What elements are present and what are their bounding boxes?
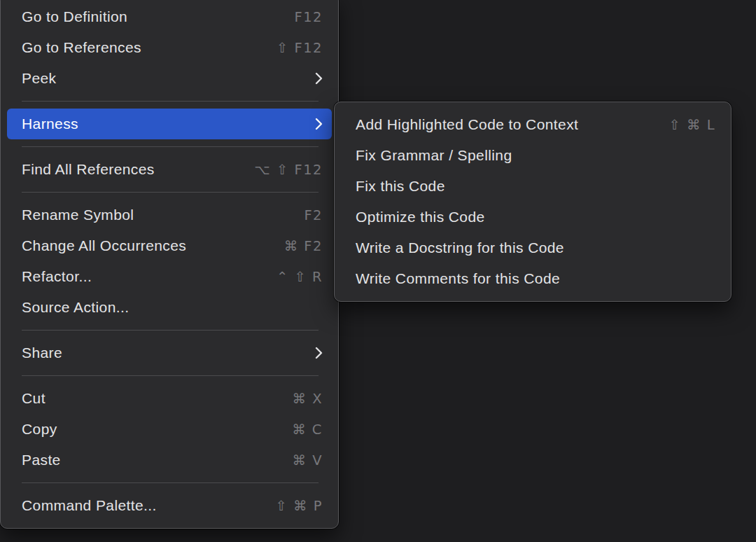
menu-item-cut[interactable]: Cut ⌘ X (7, 383, 332, 414)
menu-item-source-action[interactable]: Source Action... (7, 292, 332, 323)
submenu-item-optimize-this-code[interactable]: Optimize this Code (341, 202, 724, 232)
menu-item-shortcut: ⌃ ⇧ R (276, 269, 323, 285)
menu-item-label: Source Action... (22, 299, 323, 316)
menu-separator (22, 375, 318, 376)
menu-item-label: Fix Grammar / Spelling (356, 147, 715, 164)
submenu-item-write-a-docstring-for-this-code[interactable]: Write a Docstring for this Code (341, 232, 724, 263)
menu-item-peek[interactable]: Peek (7, 63, 332, 94)
menu-item-label: Refactor... (22, 268, 276, 285)
menu-item-paste[interactable]: Paste ⌘ V (7, 445, 332, 475)
menu-item-shortcut: ⌥ ⇧ F12 (254, 162, 323, 178)
menu-item-shortcut: ⌘ C (292, 422, 323, 438)
menu-item-refactor[interactable]: Refactor... ⌃ ⇧ R (7, 261, 332, 292)
menu-item-shortcut: ⇧ ⌘ L (668, 117, 715, 133)
chevron-right-icon (315, 347, 323, 359)
menu-item-shortcut: ⇧ ⌘ P (276, 498, 323, 514)
submenu-item-fix-this-code[interactable]: Fix this Code (341, 171, 724, 202)
menu-item-command-palette[interactable]: Command Palette... ⇧ ⌘ P (7, 490, 332, 521)
menu-item-label: Copy (22, 421, 292, 438)
menu-separator (22, 146, 318, 147)
chevron-right-icon (315, 72, 323, 85)
menu-item-copy[interactable]: Copy ⌘ C (7, 414, 332, 445)
harness-submenu: Add Highlighted Code to Context ⇧ ⌘ L Fi… (334, 102, 732, 302)
menu-item-label: Paste (22, 452, 292, 468)
menu-item-label: Write Comments for this Code (356, 270, 715, 287)
menu-item-go-to-references[interactable]: Go to References ⇧ F12 (7, 32, 332, 63)
menu-item-harness[interactable]: Harness (7, 109, 332, 139)
submenu-item-write-comments-for-this-code[interactable]: Write Comments for this Code (341, 263, 724, 294)
menu-item-label: Share (22, 345, 307, 361)
menu-item-label: Rename Symbol (22, 207, 304, 223)
menu-item-go-to-definition[interactable]: Go to Definition F12 (7, 1, 332, 32)
menu-item-label: Command Palette... (22, 497, 276, 514)
menu-item-shortcut: ⌘ F2 (284, 238, 323, 254)
submenu-item-fix-grammar-spelling[interactable]: Fix Grammar / Spelling (341, 140, 724, 171)
menu-item-change-all-occurrences[interactable]: Change All Occurrences ⌘ F2 (7, 230, 332, 261)
menu-separator (22, 482, 318, 483)
context-menu: Go to Definition F12 Go to References ⇧ … (0, 0, 339, 529)
chevron-right-icon (315, 118, 323, 130)
menu-item-label: Optimize this Code (356, 209, 715, 225)
menu-item-label: Fix this Code (356, 178, 715, 195)
menu-item-label: Change All Occurrences (22, 237, 284, 254)
menu-separator (22, 192, 318, 193)
menu-item-label: Cut (22, 390, 292, 407)
menu-item-shortcut: ⌘ V (292, 452, 323, 468)
menu-item-share[interactable]: Share (7, 338, 332, 368)
menu-separator (22, 101, 318, 102)
menu-item-label: Add Highlighted Code to Context (356, 116, 668, 133)
menu-item-label: Go to Definition (22, 8, 294, 25)
menu-separator (22, 330, 318, 331)
menu-item-shortcut: F2 (304, 207, 323, 223)
menu-item-find-all-references[interactable]: Find All References ⌥ ⇧ F12 (7, 154, 332, 185)
menu-item-shortcut: ⇧ F12 (276, 40, 323, 56)
menu-item-rename-symbol[interactable]: Rename Symbol F2 (7, 200, 332, 230)
editor-context-menu-screen: Go to Definition F12 Go to References ⇧ … (0, 0, 756, 542)
menu-item-label: Go to References (22, 39, 276, 56)
menu-item-label: Harness (22, 116, 307, 132)
menu-item-label: Write a Docstring for this Code (356, 239, 715, 256)
menu-item-label: Peek (22, 70, 307, 87)
menu-item-shortcut: F12 (294, 9, 323, 25)
submenu-item-add-highlighted-code-to-context[interactable]: Add Highlighted Code to Context ⇧ ⌘ L (341, 109, 724, 140)
menu-item-shortcut: ⌘ X (292, 391, 323, 407)
menu-item-label: Find All References (22, 161, 254, 178)
